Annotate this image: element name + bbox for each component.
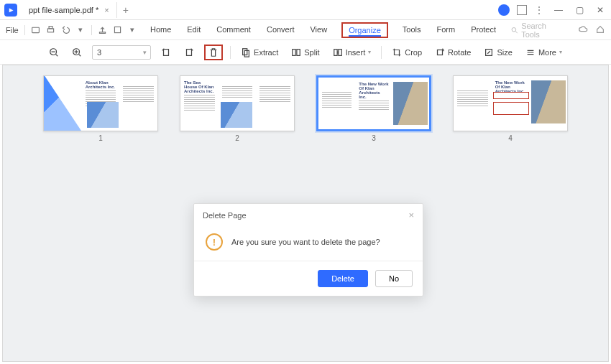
redo-dropdown-icon[interactable]: ▾	[76, 25, 86, 35]
close-tab-icon[interactable]: ×	[104, 6, 109, 14]
file-menu[interactable]: File	[6, 26, 19, 34]
crop-button[interactable]: Crop	[389, 45, 425, 60]
page-thumbnail[interactable]: The Sea House Of Klan Architects Inc.	[180, 75, 295, 131]
page-thumbnail[interactable]: About Klan Architects Inc.	[43, 75, 158, 131]
svg-rect-8	[164, 49, 169, 55]
app-icon: ▸	[4, 4, 17, 17]
svg-point-5	[512, 27, 516, 32]
home-icon[interactable]	[595, 24, 605, 36]
size-button[interactable]: Size	[481, 45, 515, 60]
save-dropdown-icon[interactable]: ▾	[128, 25, 137, 35]
page-thumbnail[interactable]: The New Work Of Klan Architects Inc.	[453, 75, 568, 131]
maximize-button[interactable]: ▢	[573, 4, 587, 17]
svg-rect-4	[114, 27, 120, 32]
undo-icon[interactable]	[61, 25, 70, 35]
document-tab[interactable]: ppt file-sample.pdf * ×	[22, 2, 117, 18]
tab-convert[interactable]: Convert	[265, 22, 296, 38]
search-placeholder: Search Tools	[521, 22, 564, 39]
print-icon[interactable]	[46, 25, 55, 35]
tab-comment[interactable]: Comment	[215, 22, 252, 38]
delete-page-dialog: Delete Page × ! Are you sure you want to…	[193, 203, 423, 297]
organize-toolbar: 3 Extract Split Insert▾ Crop Rotate Size…	[0, 40, 611, 65]
svg-rect-2	[49, 27, 52, 29]
more-menu-icon[interactable]: ⋮	[534, 4, 544, 16]
open-icon[interactable]	[31, 25, 40, 35]
confirm-delete-button[interactable]: Delete	[318, 270, 368, 287]
tab-home[interactable]: Home	[149, 22, 173, 38]
cancel-button[interactable]: No	[375, 270, 413, 287]
rotate-left-button[interactable]	[158, 45, 174, 60]
search-tools[interactable]: Search Tools	[510, 22, 564, 39]
zoom-out-button[interactable]	[46, 45, 62, 60]
app-square-icon[interactable]	[517, 5, 527, 15]
delete-page-button[interactable]	[204, 45, 223, 60]
more-button[interactable]: More▾	[523, 45, 565, 60]
page-number-input[interactable]: 3	[92, 45, 151, 60]
page-grid-workspace: About Klan Architects Inc. 1 The Sea Hou…	[2, 65, 609, 362]
titlebar: ▸ ppt file-sample.pdf * × + ⋮ — ▢ ✕	[0, 0, 611, 20]
page-number-label: 4	[508, 134, 513, 142]
zoom-in-button[interactable]	[69, 45, 85, 60]
page-thumbnail-selected[interactable]: The New Work Of Klan Architects Inc.	[316, 75, 431, 131]
cloud-icon[interactable]	[578, 24, 588, 36]
tab-organize[interactable]: Organize	[341, 22, 388, 38]
save-icon[interactable]	[113, 25, 122, 35]
tab-view[interactable]: View	[308, 22, 329, 38]
tab-tools[interactable]: Tools	[401, 22, 423, 38]
title-right-controls: ⋮ — ▢ ✕	[498, 4, 607, 17]
warning-icon: !	[206, 233, 223, 251]
split-button[interactable]: Split	[288, 45, 322, 60]
rotate-button[interactable]: Rotate	[432, 45, 474, 60]
tab-edit[interactable]: Edit	[185, 22, 202, 38]
svg-rect-9	[187, 49, 192, 55]
new-tab-button[interactable]: +	[123, 4, 129, 16]
dialog-message: Are you sure you want to delete the page…	[231, 238, 380, 246]
ribbon-tabs: Home Edit Comment Convert View Organize …	[149, 22, 497, 38]
insert-button[interactable]: Insert▾	[330, 45, 375, 60]
dialog-title: Delete Page	[203, 211, 247, 220]
svg-rect-3	[99, 32, 105, 34]
minimize-button[interactable]: —	[551, 4, 566, 17]
page-number-label: 3	[372, 134, 376, 142]
page-number-label: 1	[98, 134, 103, 142]
rotate-right-button[interactable]	[181, 45, 197, 60]
svg-rect-16	[438, 50, 443, 55]
user-avatar-icon[interactable]	[498, 4, 510, 16]
tab-protect[interactable]: Protect	[469, 22, 497, 38]
svg-rect-1	[47, 29, 53, 32]
share-icon[interactable]	[98, 25, 107, 35]
svg-rect-0	[32, 27, 39, 32]
dialog-close-icon[interactable]: ×	[408, 210, 414, 220]
close-window-button[interactable]: ✕	[594, 4, 607, 17]
svg-rect-15	[339, 49, 341, 55]
svg-rect-12	[293, 49, 295, 55]
svg-rect-13	[297, 49, 300, 55]
tab-form[interactable]: Form	[435, 22, 456, 38]
svg-rect-14	[334, 49, 336, 55]
page-number-label: 2	[235, 134, 239, 142]
menubar: File ▾ ▾ Home Edit Comment Convert View …	[0, 20, 611, 40]
extract-button[interactable]: Extract	[238, 45, 281, 60]
tab-title: ppt file-sample.pdf *	[29, 6, 98, 14]
